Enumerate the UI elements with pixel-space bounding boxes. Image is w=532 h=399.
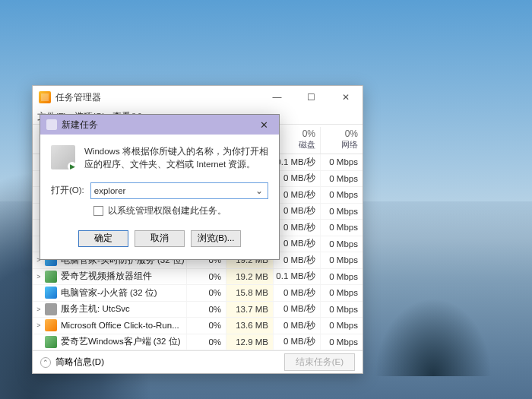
fewer-details-label[interactable]: 简略信息(D) [55, 356, 104, 368]
column-disk[interactable]: 0% 磁盘 [273, 127, 320, 154]
cell-network: 0 Mbps [320, 318, 363, 334]
dialog-title: 新建任务 [62, 119, 98, 131]
cell-cpu: 0% [186, 285, 226, 301]
app-icon [39, 91, 51, 103]
cell-network: 0 Mbps [320, 220, 363, 236]
dialog-titlebar[interactable]: 新建任务 ✕ [40, 115, 279, 135]
process-icon [45, 319, 57, 331]
process-name: 服务主机: UtcSvc [61, 303, 186, 315]
cancel-button[interactable]: 取消 [135, 230, 185, 247]
cell-disk: 0 MB/秒 [273, 236, 320, 252]
process-icon [45, 336, 57, 348]
cell-cpu: 0% [186, 302, 226, 318]
open-value: explorer [94, 186, 126, 195]
cell-network: 0 Mbps [320, 171, 363, 187]
process-name: 爱奇艺Windows客户端 (32 位) [61, 336, 186, 347]
cell-disk: 0.1 MB/秒 [273, 154, 320, 170]
process-icon [45, 287, 57, 299]
ok-button[interactable]: 确定 [78, 230, 128, 247]
close-button[interactable]: ✕ [328, 86, 363, 109]
cell-disk: 0 MB/秒 [273, 252, 320, 268]
process-name: 爱奇艺视频播放器组件 [61, 271, 186, 282]
open-combobox[interactable]: explorer [90, 182, 268, 199]
table-row[interactable]: >爱奇艺视频播放器组件0%19.2 MB0.1 MB/秒0 Mbps [33, 269, 363, 286]
table-row[interactable]: 爱奇艺Windows客户端 (32 位)0%12.9 MB0 MB/秒0 Mbp… [33, 334, 363, 351]
dialog-icon [46, 119, 57, 130]
process-name: Microsoft Office Click-to-Run... [61, 321, 186, 330]
table-row[interactable]: 电脑管家-小火箭 (32 位)0%15.8 MB0 MB/秒0 Mbps [33, 285, 363, 302]
cell-disk: 0 MB/秒 [273, 334, 320, 350]
window-title: 任务管理器 [55, 91, 101, 104]
process-name: 电脑管家-小火箭 (32 位) [61, 287, 186, 299]
cell-disk: 0 MB/秒 [273, 187, 320, 203]
table-row[interactable]: >服务主机: UtcSvc0%13.7 MB0 MB/秒0 Mbps [33, 302, 363, 318]
table-row[interactable]: >Microsoft Office Click-to-Run...0%13.6 … [33, 318, 363, 334]
cell-network: 0 Mbps [320, 285, 363, 301]
cell-cpu: 0% [186, 334, 226, 350]
cell-cpu: 0% [186, 269, 226, 285]
process-icon [45, 303, 57, 315]
cell-disk: 0 MB/秒 [273, 204, 320, 220]
dialog-close-button[interactable]: ✕ [249, 115, 279, 135]
maximize-button[interactable]: ☐ [294, 86, 328, 109]
new-task-dialog: 新建任务 ✕ Windows 将根据你所键入的名称，为你打开相应的程序、文件夹、… [40, 114, 280, 260]
process-icon [45, 271, 57, 283]
cell-network: 0 Mbps [320, 252, 363, 268]
expand-icon[interactable]: > [33, 306, 45, 313]
titlebar[interactable]: 任务管理器 — ☐ ✕ [33, 86, 363, 109]
cell-memory: 19.2 MB [226, 269, 273, 285]
cell-memory: 13.7 MB [226, 302, 273, 318]
cell-network: 0 Mbps [320, 236, 363, 252]
cell-cpu: 0% [186, 318, 226, 334]
cell-disk: 0 MB/秒 [273, 220, 320, 236]
minimize-button[interactable]: — [260, 86, 294, 109]
cell-memory: 13.6 MB [226, 318, 273, 334]
admin-label: 以系统管理权限创建此任务。 [108, 205, 226, 217]
open-label: 打开(O): [51, 185, 84, 196]
expand-icon[interactable]: > [33, 273, 45, 280]
cell-disk: 0 MB/秒 [273, 285, 320, 301]
admin-checkbox[interactable] [93, 206, 103, 216]
dialog-message: Windows 将根据你所键入的名称，为你打开相应的程序、文件夹、文档或 Int… [84, 145, 268, 172]
cell-memory: 12.9 MB [226, 334, 273, 350]
cell-network: 0 Mbps [320, 204, 363, 220]
cell-disk: 0 MB/秒 [273, 302, 320, 318]
cell-disk: 0 MB/秒 [273, 318, 320, 334]
expand-icon[interactable]: > [33, 321, 45, 329]
cell-network: 0 Mbps [320, 154, 363, 170]
cell-network: 0 Mbps [320, 334, 363, 350]
collapse-icon[interactable]: ⌃ [40, 357, 51, 368]
cell-disk: 0.1 MB/秒 [273, 269, 320, 285]
column-network[interactable]: 0% 网络 [320, 127, 363, 154]
cell-network: 0 Mbps [320, 269, 363, 285]
browse-button[interactable]: 浏览(B)... [191, 230, 241, 247]
cell-disk: 0 MB/秒 [273, 171, 320, 187]
end-task-button[interactable]: 结束任务(E) [284, 353, 355, 371]
cell-network: 0 Mbps [320, 302, 363, 318]
footer: ⌃ 简略信息(D) 结束任务(E) [33, 350, 363, 373]
cell-memory: 15.8 MB [226, 285, 273, 301]
cell-network: 0 Mbps [320, 187, 363, 203]
run-icon [51, 145, 75, 169]
